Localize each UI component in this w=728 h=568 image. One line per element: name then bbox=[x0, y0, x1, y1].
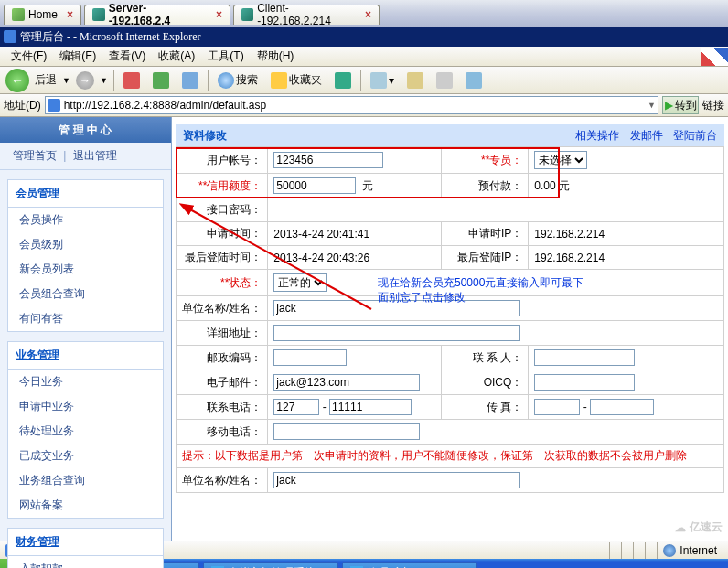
input-unit2[interactable] bbox=[273, 472, 520, 488]
sidebar-item[interactable]: 有问有答 bbox=[8, 306, 163, 331]
link-mail[interactable]: 发邮件 bbox=[630, 129, 663, 142]
window-title-bar: 管理后台 - - Microsoft Internet Explorer bbox=[0, 27, 728, 47]
dropdown-icon[interactable]: ▼ bbox=[62, 76, 70, 85]
input-phone-area[interactable] bbox=[273, 399, 319, 415]
discuss-icon bbox=[466, 72, 482, 89]
taskbar-item[interactable]: 虚拟主机管理系统 [... bbox=[203, 562, 339, 568]
taskbar-item[interactable]: 管理后台 - - Micros... bbox=[342, 562, 476, 568]
refresh-icon bbox=[153, 72, 169, 89]
search-icon bbox=[218, 72, 234, 89]
value-last-ip: 192.168.2.214 bbox=[529, 246, 724, 270]
home-button[interactable] bbox=[178, 70, 202, 91]
input-contact[interactable] bbox=[534, 349, 635, 366]
menu-fav[interactable]: 收藏(A) bbox=[153, 47, 200, 66]
toolbar: ← 后退 ▼ → ▼ 搜索 收藏夹 ▾ bbox=[0, 67, 728, 94]
menu-file[interactable]: 文件(F) bbox=[5, 47, 52, 66]
house-icon bbox=[182, 72, 198, 89]
link-front[interactable]: 登陆前台 bbox=[673, 129, 717, 142]
tab-client[interactable]: Client--192.168.2.214 × bbox=[233, 5, 380, 25]
stop-button[interactable] bbox=[120, 70, 144, 91]
sidebar-title: 管 理 中 心 bbox=[0, 117, 171, 143]
tab-home[interactable]: Home × bbox=[4, 5, 81, 25]
ie-icon bbox=[4, 30, 16, 43]
section-head-finance[interactable]: 财务管理 bbox=[8, 529, 163, 556]
client-icon bbox=[241, 8, 253, 21]
edit-icon bbox=[436, 72, 453, 89]
tab-label: Server--192.168.2.4 bbox=[109, 2, 207, 27]
back-button[interactable]: ← bbox=[5, 69, 29, 92]
sidebar-item[interactable]: 会员操作 bbox=[8, 208, 163, 232]
forward-button[interactable]: → bbox=[76, 71, 94, 90]
label-apply-time: 申请时间： bbox=[177, 222, 268, 246]
link-logout[interactable]: 退出管理 bbox=[70, 149, 121, 162]
tool-button[interactable] bbox=[462, 70, 486, 91]
value-apply-time: 2013-4-24 20:41:41 bbox=[268, 222, 442, 246]
sidebar-item[interactable]: 新会员列表 bbox=[8, 257, 163, 282]
address-input[interactable]: http://192.168.2.4:8888/admin/default.as… bbox=[45, 96, 658, 114]
section-head-member[interactable]: 会员管理 bbox=[8, 180, 163, 208]
tool-button[interactable] bbox=[403, 70, 427, 91]
search-button[interactable]: 搜索 bbox=[214, 70, 262, 91]
tool-button[interactable] bbox=[433, 70, 456, 91]
watermark: ☁ 亿速云 bbox=[675, 520, 723, 535]
input-email[interactable] bbox=[273, 374, 420, 391]
page-icon bbox=[48, 99, 60, 112]
input-credit[interactable] bbox=[273, 177, 356, 194]
input-oicq[interactable] bbox=[534, 374, 635, 391]
sidebar-item[interactable]: 会员组合查询 bbox=[8, 282, 163, 306]
panel-header: 资料修改 相关操作 发邮件 登陆前台 bbox=[176, 124, 724, 146]
input-fax-area[interactable] bbox=[534, 399, 580, 415]
sidebar-item[interactable]: 业务组合查询 bbox=[8, 468, 163, 493]
zone-indicator: Internet bbox=[657, 542, 723, 559]
label-oicq: OICQ： bbox=[442, 370, 529, 395]
close-icon[interactable]: × bbox=[67, 8, 73, 21]
value-apply-ip: 192.168.2.214 bbox=[529, 222, 724, 246]
links-label[interactable]: 链接 bbox=[702, 98, 724, 113]
select-sales[interactable]: 未选择 bbox=[534, 151, 587, 169]
go-button[interactable]: ▶ 转到 bbox=[662, 96, 699, 114]
content-panel: 资料修改 相关操作 发邮件 登陆前台 用户帐号： **专员： 未选择 **信用额… bbox=[172, 117, 728, 541]
media-icon bbox=[335, 72, 351, 89]
close-icon[interactable]: × bbox=[365, 8, 371, 21]
input-mobile[interactable] bbox=[273, 423, 420, 440]
sidebar-item[interactable]: 入款扣款 bbox=[8, 556, 163, 568]
windows-flag-icon bbox=[701, 48, 728, 66]
input-fax-num[interactable] bbox=[590, 399, 654, 415]
sidebar-item[interactable]: 网站备案 bbox=[8, 493, 163, 518]
input-phone-num[interactable] bbox=[329, 399, 412, 415]
menu-view[interactable]: 查看(V) bbox=[103, 47, 151, 66]
label-account: 用户帐号： bbox=[177, 147, 268, 174]
tab-label: Home bbox=[28, 8, 58, 21]
value-prepay: 0.00 元 bbox=[529, 174, 724, 198]
label-mobile: 移动电话： bbox=[177, 420, 268, 445]
sidebar-item[interactable]: 已成交业务 bbox=[8, 444, 163, 468]
tab-server[interactable]: Server--192.168.2.4 × bbox=[84, 5, 230, 25]
select-status[interactable]: 正常的 bbox=[273, 273, 327, 292]
label-unit: 单位名称/姓名： bbox=[177, 296, 268, 321]
input-account[interactable] bbox=[273, 152, 383, 168]
link-related[interactable]: 相关操作 bbox=[575, 129, 619, 142]
link-admin-home[interactable]: 管理首页 bbox=[9, 149, 60, 162]
annotation-text: 现在给新会员充50000元直接输入即可最下 面别忘了点击修改 bbox=[378, 275, 634, 305]
sidebar-item[interactable]: 申请中业务 bbox=[8, 394, 163, 419]
refresh-button[interactable] bbox=[149, 70, 173, 91]
dropdown-icon[interactable]: ▼ bbox=[100, 76, 108, 85]
go-icon: ▶ bbox=[665, 99, 673, 112]
menu-tools[interactable]: 工具(T) bbox=[202, 47, 249, 66]
media-button[interactable] bbox=[331, 70, 355, 91]
input-address[interactable] bbox=[273, 325, 520, 341]
sidebar-item[interactable]: 待处理业务 bbox=[8, 419, 163, 444]
input-zip[interactable] bbox=[273, 349, 347, 366]
chevron-down-icon[interactable]: ▼ bbox=[648, 101, 656, 110]
tool-button[interactable]: ▾ bbox=[367, 70, 398, 91]
sidebar-nav: 管理首页 | 退出管理 bbox=[0, 143, 171, 170]
close-icon[interactable]: × bbox=[216, 8, 222, 21]
favorites-button[interactable]: 收藏夹 bbox=[267, 70, 326, 91]
back-label: 后退 bbox=[35, 72, 57, 88]
section-head-business[interactable]: 业务管理 bbox=[8, 342, 163, 370]
sidebar-item[interactable]: 会员级别 bbox=[8, 232, 163, 257]
sidebar-item[interactable]: 今日业务 bbox=[8, 370, 163, 394]
menu-edit[interactable]: 编辑(E) bbox=[54, 47, 102, 66]
server-icon bbox=[92, 8, 105, 21]
menu-help[interactable]: 帮助(H) bbox=[252, 47, 300, 66]
